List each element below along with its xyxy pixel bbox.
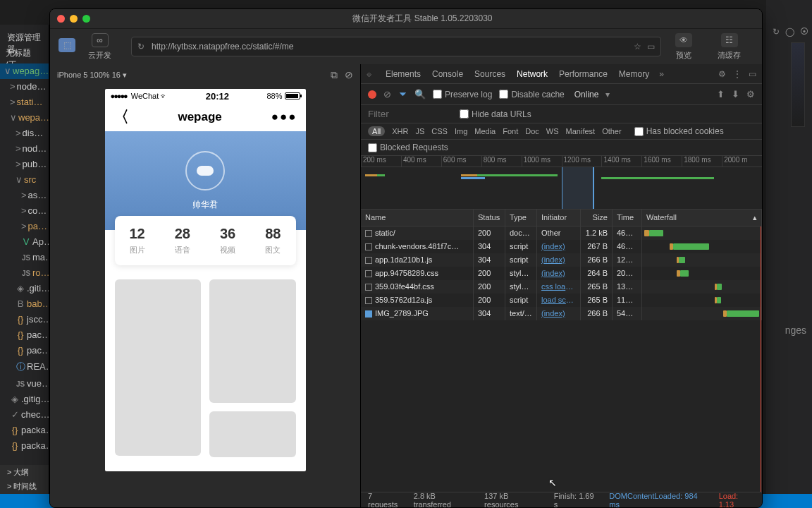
hide-data-urls-check[interactable]: Hide data URLs	[460, 109, 531, 119]
tree-item[interactable]: {}packa…	[0, 438, 49, 454]
tree-item[interactable]: ◈.giti…	[0, 281, 49, 296]
network-row[interactable]: app.1da210b1.js304script(index)266 B121 …	[361, 253, 762, 267]
type-filter[interactable]: Manifest	[566, 127, 596, 135]
network-row[interactable]: 359.5762d12a.js200scriptload script…265 …	[361, 294, 762, 307]
network-row[interactable]: 359.03fe44bf.css200style…css loadin…265 …	[361, 280, 762, 294]
blocked-requests-check[interactable]: Blocked Requests	[368, 143, 755, 152]
col-waterfall[interactable]: Waterfall▴	[642, 210, 762, 226]
type-filter[interactable]: Media	[474, 127, 496, 135]
page-button[interactable]: ⬚	[59, 38, 75, 55]
tree-item[interactable]: >co…	[0, 203, 49, 219]
tree-item[interactable]: VAp…	[0, 234, 49, 250]
dock-icon[interactable]: ⋮	[733, 69, 742, 79]
search-icon[interactable]: 🔍	[414, 89, 426, 99]
devtools-tab[interactable]: Memory	[619, 69, 649, 79]
tree-item[interactable]: {}jscc…	[0, 312, 49, 327]
tree-item[interactable]: >nod…	[0, 141, 49, 157]
blocked-cookies-check[interactable]: Has blocked cookies	[634, 126, 724, 136]
settings-icon[interactable]: ⚙	[746, 89, 755, 99]
type-filter[interactable]: All	[368, 126, 385, 136]
type-filter[interactable]: Font	[503, 127, 518, 135]
devtools-tab[interactable]: Console	[432, 69, 463, 79]
ext-icon[interactable]: ◯	[785, 27, 794, 37]
cloud-dev-button[interactable]: ∞云开发	[88, 33, 111, 61]
tree-item[interactable]: Bbab…	[0, 296, 49, 312]
devtools-tab[interactable]: Elements	[386, 69, 421, 79]
col-type[interactable]: Type	[505, 210, 537, 226]
tree-item[interactable]: {}packa…	[0, 423, 49, 438]
stat-item[interactable]: 88图文	[250, 226, 295, 255]
close-icon[interactable]	[57, 15, 65, 23]
network-row[interactable]: IMG_2789.JPG304text/…(index)266 B548 …	[361, 307, 762, 320]
tree-item[interactable]: ∨src	[0, 172, 49, 188]
ext-icon[interactable]: ↻	[773, 27, 780, 37]
back-icon[interactable]: 〈	[113, 107, 129, 128]
panel-icon[interactable]: ▭	[749, 69, 756, 79]
inspect-element-icon[interactable]: ⟐	[367, 69, 371, 79]
devtools-tab[interactable]: Performance	[559, 69, 608, 79]
col-time[interactable]: Time	[613, 210, 642, 226]
upload-icon[interactable]: ⬆	[717, 89, 725, 99]
clear-cache-button[interactable]: ☷清缓存	[718, 33, 741, 61]
timeline-overview[interactable]	[361, 167, 762, 210]
tree-item[interactable]: JSvue…	[0, 376, 49, 392]
ext-icon[interactable]: ⦿	[800, 27, 808, 37]
timeline-header[interactable]: > 时间线	[0, 479, 49, 494]
type-filter[interactable]: Other	[602, 127, 622, 135]
col-status[interactable]: Status	[474, 210, 505, 226]
clear-icon[interactable]: ⊘	[383, 89, 391, 99]
reload-icon[interactable]: ↻	[137, 42, 144, 52]
type-filter[interactable]: Img	[455, 127, 467, 135]
disable-cache-check[interactable]: Disable cache	[499, 90, 564, 99]
card-icon[interactable]: ▭	[647, 42, 655, 52]
tree-item[interactable]: >pa…	[0, 219, 49, 234]
inspect-icon[interactable]: ⊘	[345, 69, 353, 80]
col-initiator[interactable]: Initiator	[537, 210, 581, 226]
tree-item[interactable]: ◈.gitig…	[0, 392, 49, 407]
network-row[interactable]: static/200docu…Other1.2 kB461 …	[361, 226, 762, 240]
preview-button[interactable]: 👁预览	[675, 33, 692, 61]
tree-item[interactable]: ∨wepa…	[0, 110, 49, 126]
preserve-log-check[interactable]: Preserve log	[433, 90, 492, 99]
minimize-icon[interactable]	[70, 15, 78, 23]
col-size[interactable]: Size	[581, 210, 613, 226]
col-name[interactable]: Name	[361, 210, 474, 226]
tree-item[interactable]: >pub…	[0, 157, 49, 172]
rotate-icon[interactable]: ⧉	[331, 69, 338, 81]
device-selector[interactable]: iPhone 5 100% 16 ▾	[57, 71, 127, 80]
tree-item[interactable]: >dis…	[0, 126, 49, 141]
more-icon[interactable]: ●●●	[271, 110, 297, 124]
type-filter[interactable]: CSS	[431, 127, 448, 135]
type-filter[interactable]: XHR	[392, 127, 408, 135]
devtools-tab[interactable]: Network	[517, 69, 548, 79]
devtools-tab[interactable]: Sources	[474, 69, 505, 79]
tree-item[interactable]: >as…	[0, 188, 49, 203]
more-tabs-icon[interactable]: »	[659, 69, 664, 79]
type-filter[interactable]: Doc	[525, 127, 539, 135]
url-input[interactable]	[152, 42, 628, 52]
settings-icon[interactable]: ⚙	[718, 69, 726, 79]
network-row[interactable]: chunk-vendors.481f7c…304script(index)267…	[361, 240, 762, 253]
stat-item[interactable]: 28语音	[160, 226, 205, 255]
filter-icon[interactable]: ⏷	[398, 89, 407, 99]
tree-item[interactable]: JSro…	[0, 265, 49, 281]
filter-input[interactable]	[368, 109, 453, 119]
tree-item[interactable]: >stati…	[0, 95, 49, 110]
tree-item[interactable]: ⓘREA…	[0, 358, 49, 376]
star-icon[interactable]: ☆	[634, 42, 641, 52]
download-icon[interactable]: ⬇	[732, 89, 739, 99]
tree-item[interactable]: ∨wepag…	[0, 64, 49, 79]
type-filter[interactable]: WS	[546, 127, 559, 135]
tree-item[interactable]: {}pac…	[0, 343, 49, 358]
stat-item[interactable]: 36视频	[205, 226, 250, 255]
zoom-icon[interactable]	[82, 15, 90, 23]
tree-item[interactable]: >node…	[0, 79, 49, 95]
tree-item[interactable]: ✓chec…	[0, 407, 49, 423]
outline-header[interactable]: > 大纲	[0, 465, 49, 480]
tree-item[interactable]: JSma…	[0, 250, 49, 265]
throttle-select[interactable]: Online	[574, 90, 599, 99]
record-icon[interactable]	[368, 90, 376, 99]
type-filter[interactable]: JS	[415, 127, 424, 135]
tree-item[interactable]: {}pac…	[0, 327, 49, 343]
network-row[interactable]: app.94758289.css200style…(index)264 B204…	[361, 267, 762, 280]
